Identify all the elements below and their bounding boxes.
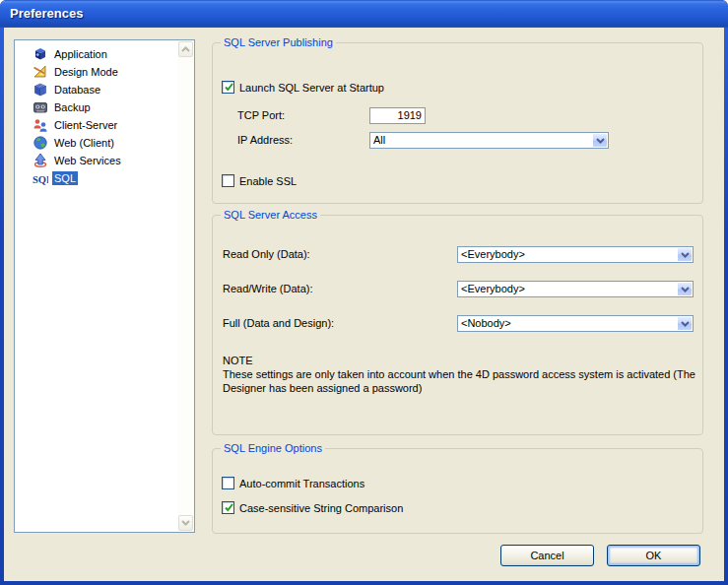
client-server-icon — [33, 117, 48, 133]
checkmark-icon — [223, 81, 235, 94]
sidebar-item-label: Application — [52, 47, 109, 61]
preferences-window: Preferences Application — [0, 0, 728, 585]
group-title: SQL Server Publishing — [221, 35, 336, 49]
full-access-value: <Nobody> — [461, 317, 511, 330]
checkmark-icon — [223, 501, 235, 514]
full-access-dropdown[interactable]: <Nobody> — [457, 315, 694, 332]
list-scrollbar[interactable] — [177, 40, 194, 532]
chevron-down-icon — [681, 252, 690, 258]
database-icon — [33, 82, 48, 98]
enable-ssl-label[interactable]: Enable SSL — [239, 175, 297, 187]
group-sql-server-publishing: SQL Server Publishing Launch SQL Server … — [212, 42, 703, 204]
chevron-down-icon — [681, 287, 690, 292]
case-sensitive-checkbox[interactable] — [222, 501, 234, 514]
category-list-items: Application Design Mode — [15, 45, 177, 187]
chevron-down-icon — [596, 138, 605, 144]
read-write-dropdown[interactable]: <Everybody> — [457, 281, 694, 297]
full-access-label: Full (Data and Design): — [223, 315, 334, 332]
sidebar-item-label: Web Services — [52, 154, 123, 167]
chevron-up-icon — [181, 46, 190, 52]
svg-text:SQL: SQL — [33, 174, 48, 185]
tcp-port-input[interactable]: 1919 — [369, 107, 426, 124]
case-sensitive-checkbox-row: Case-sensitive String Comparison — [222, 501, 403, 514]
ip-address-dropdown[interactable]: All — [369, 132, 609, 149]
sidebar-item-label: Client-Server — [52, 118, 119, 132]
scroll-up-button[interactable] — [178, 41, 193, 57]
sidebar-item-label: SQL — [52, 171, 78, 185]
cancel-button[interactable]: Cancel — [500, 545, 594, 566]
access-note: NOTE These settings are only taken into … — [223, 354, 701, 395]
group-title: SQL Engine Options — [221, 441, 325, 455]
ip-address-label: IP Address: — [237, 132, 293, 149]
chevron-down-icon — [181, 520, 190, 526]
sidebar-item-design-mode[interactable]: Design Mode — [15, 63, 177, 81]
ip-address-value: All — [373, 134, 385, 147]
dropdown-arrow-button[interactable] — [677, 317, 692, 330]
read-only-label: Read Only (Data): — [223, 246, 310, 263]
note-body: These settings are only taken into accou… — [223, 367, 701, 395]
launch-sql-server-checkbox[interactable] — [222, 81, 234, 94]
enable-ssl-checkbox-row: Enable SSL — [222, 174, 297, 187]
autocommit-checkbox[interactable] — [222, 477, 234, 489]
design-mode-icon — [33, 64, 48, 80]
dropdown-arrow-button[interactable] — [677, 283, 692, 295]
application-icon — [33, 46, 48, 62]
tcp-port-label: TCP Port: — [237, 107, 285, 124]
sidebar-item-label: Web (Client) — [52, 136, 116, 150]
read-write-label: Read/Write (Data): — [223, 281, 313, 297]
sidebar-item-client-server[interactable]: Client-Server — [15, 116, 177, 134]
read-write-value: <Everybody> — [461, 283, 525, 295]
titlebar[interactable]: Preferences — [0, 0, 728, 28]
dropdown-arrow-button[interactable] — [677, 248, 692, 261]
launch-sql-server-checkbox-row: Launch SQL Server at Startup — [222, 81, 384, 94]
sidebar-item-label: Database — [52, 83, 102, 97]
note-title: NOTE — [223, 354, 701, 367]
enable-ssl-checkbox[interactable] — [222, 174, 234, 187]
dropdown-arrow-button[interactable] — [592, 134, 607, 147]
read-only-value: <Everybody> — [461, 248, 525, 261]
autocommit-label[interactable]: Auto-commit Transactions — [239, 478, 364, 489]
sidebar-item-web-client[interactable]: Web (Client) — [15, 134, 177, 152]
web-services-icon — [33, 153, 48, 168]
sidebar-item-web-services[interactable]: Web Services — [15, 152, 177, 169]
ok-button[interactable]: OK — [607, 545, 700, 566]
sidebar-item-label: Design Mode — [52, 65, 120, 79]
read-only-dropdown[interactable]: <Everybody> — [457, 246, 694, 263]
case-sensitive-label[interactable]: Case-sensitive String Comparison — [239, 502, 403, 514]
sidebar-item-sql[interactable]: SQL SQL — [15, 169, 177, 187]
sidebar-item-label: Backup — [52, 100, 93, 114]
autocommit-checkbox-row: Auto-commit Transactions — [222, 477, 364, 489]
group-title: SQL Server Access — [221, 208, 320, 222]
window-title: Preferences — [0, 0, 728, 27]
web-client-icon — [33, 135, 48, 151]
launch-sql-server-label[interactable]: Launch SQL Server at Startup — [239, 82, 384, 94]
dialog-content: Application Design Mode — [4, 28, 724, 581]
chevron-down-icon — [681, 321, 690, 327]
scroll-down-button[interactable] — [178, 515, 193, 531]
group-sql-server-access: SQL Server Access Read Only (Data): <Eve… — [212, 215, 703, 435]
category-list: Application Design Mode — [14, 39, 195, 533]
sidebar-item-application[interactable]: Application — [15, 45, 177, 63]
sidebar-item-backup[interactable]: Backup — [15, 98, 177, 116]
group-sql-engine-options: SQL Engine Options Auto-commit Transacti… — [212, 448, 703, 534]
sidebar-item-database[interactable]: Database — [15, 81, 177, 98]
sql-icon: SQL — [33, 170, 48, 186]
backup-icon — [33, 99, 48, 115]
